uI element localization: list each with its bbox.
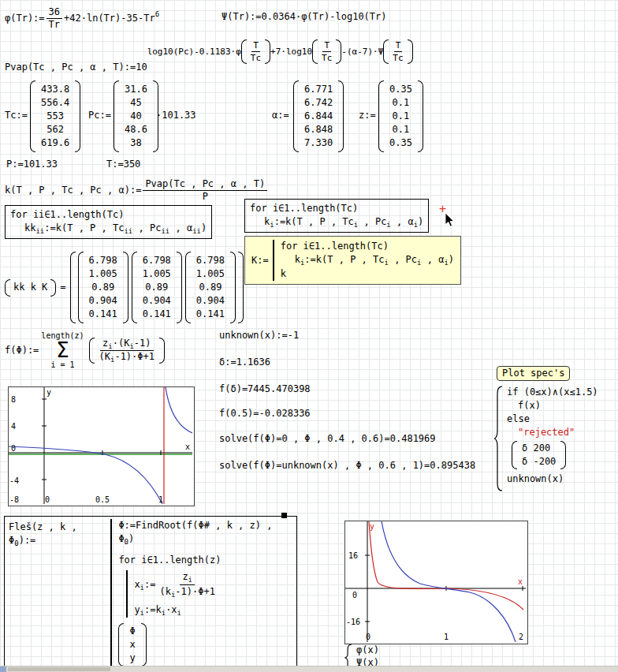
f-curve-right-branch <box>166 387 192 433</box>
p-def-text: P:=101.33 <box>6 159 58 170</box>
k-capital-block[interactable]: K:= for i∈1..length(Tc) ki:=k(T , P , Tc… <box>244 236 461 285</box>
phi-exponent: 6 <box>155 9 159 21</box>
pvap-lhs: Pvap(Tc , Pc , α , T):=10 <box>5 62 147 73</box>
phi-frac-den: Tr <box>47 19 62 31</box>
fles-x-num: zi <box>180 570 195 585</box>
k-def-num: Pvap(Tc , Pc , α , T) <box>143 178 267 191</box>
t-def-text: T:=350 <box>106 159 140 170</box>
for-kk-header: for ii∈1..length(Tc) <box>10 208 207 222</box>
alpha-label: α:= <box>272 110 289 121</box>
K-program: for i∈1..length(Tc) ki:=k(T , P , Tci , … <box>273 240 454 281</box>
piecewise-rejected: "rejected" <box>507 426 598 439</box>
plot2-ytick: 16 <box>348 551 358 560</box>
plot2-svg: y 16 0 -16 0 1 2 x <box>345 521 526 642</box>
pvap-frac2-den: Tc <box>320 52 333 64</box>
plot1-ytick: 8 <box>11 395 16 404</box>
unknown-def-text: unknown(x):=-1 <box>219 330 299 341</box>
formula-psi-def[interactable]: Ψ(Tr):=0.0364·φ(Tr)-log10(Tr) <box>222 11 387 23</box>
plot-phi-psi[interactable]: y 16 0 -16 0 1 2 x <box>344 521 528 644</box>
delta-def[interactable]: δ:=1.1636 <box>219 357 270 368</box>
formula-f-def[interactable]: f(Φ):= length(z) Σ i = 1 zi·(Ki-1) (Ki-1… <box>5 331 165 369</box>
solve1-result[interactable]: solve(f(Φ)=0 , Φ , 0.4 , 0.6)=0.481969 <box>219 433 436 445</box>
psi-curve <box>382 521 516 642</box>
for-block-kk[interactable]: for ii∈1..length(Tc) kkii:=k(T , P , Tci… <box>5 205 212 239</box>
kkK-outer-paren: 6.7981.0050.890.9040.141 6.7981.0050.890… <box>70 252 244 323</box>
left-brace-icon <box>494 386 504 491</box>
piecewise-block[interactable]: if (0≤x)∧(x≤1.5) f(x) else "rejected" δ … <box>494 386 598 491</box>
f-def-num: zi·(Ki-1) <box>100 338 153 351</box>
fles-y-line: yi:=ki·xi <box>134 603 292 618</box>
pvap-frac1-group: TTc <box>241 39 270 64</box>
formula-pvap-def[interactable]: Pvap(Tc , Pc , α , T):=10 log10(Pc)-0.11… <box>5 39 413 73</box>
legend-phi: φ(x) <box>356 644 379 656</box>
pvap-frac3-group: TTc <box>383 39 412 64</box>
solve2-text: solve(f(Φ)=unknown(x) , Φ , 0.6 , 1)=0.8… <box>219 460 475 471</box>
f-half-result[interactable]: f(0.5)=-0.028336 <box>219 408 311 420</box>
for-k-header: for i∈1..length(Tc) <box>250 202 423 215</box>
piecewise-matrix: δ 200δ -200 <box>507 441 566 469</box>
pvap-frac3-num: T <box>394 39 403 52</box>
resize-handle[interactable] <box>281 513 287 518</box>
pc-matrix[interactable]: 31.6454048.638 <box>114 80 158 152</box>
plot1-ytick: -8 <box>9 495 19 504</box>
alpha-matrix[interactable]: 6.7716.7426.8446.8487.330 <box>293 80 344 152</box>
z-label: z:= <box>359 110 376 121</box>
plot-specs-label[interactable]: Plot spec's <box>497 366 570 381</box>
z-matrix[interactable]: 0.350.10.10.10.35 <box>378 80 423 152</box>
scrollbar-thumb[interactable] <box>8 667 110 671</box>
k-column: 6.7981.0050.890.9040.141 <box>132 252 182 323</box>
mouse-cursor-icon <box>445 213 456 229</box>
unknown-def[interactable]: unknown(x):=-1 <box>219 330 299 342</box>
psi-text: Ψ(Tr):=0.0364·φ(Tr)-log10(Tr) <box>222 11 387 22</box>
piecewise-if: if (0≤x)∧(x≤1.5) <box>507 386 598 399</box>
plot-f-of-phi[interactable]: y 8 4 0 -4 -8 0 0.5 1 x <box>8 386 195 506</box>
fles-x-den: (ki-1)·Φ+1 <box>157 585 217 599</box>
t-definition[interactable]: T:=350 <box>106 159 140 170</box>
kk-k-K-result[interactable]: kk k K = 6.7981.0050.890.9040.141 6.7981… <box>5 251 244 324</box>
plot2-xtick: 0 <box>366 633 370 641</box>
piecewise-else: else <box>507 413 598 426</box>
phi-curve <box>369 521 523 610</box>
pc-label: Pc:= <box>88 110 111 121</box>
solve2-result[interactable]: solve(f(Φ)=unknown(x) , Φ , 0.6 , 1)=0.8… <box>219 460 475 472</box>
plot1-ytick: 0 <box>11 444 16 453</box>
phi-frac-num: 36 <box>47 6 62 19</box>
plot2-xtick: 1 <box>444 633 449 641</box>
plot2-xtick: 2 <box>519 633 523 641</box>
K-for-line: for i∈1..length(Tc) <box>281 240 454 253</box>
plot1-xtick: 1 <box>158 495 163 504</box>
K-assign-line: ki:=k(T , P , Tci , Pci , αi) <box>281 253 454 267</box>
p-definition[interactable]: P:=101.33 <box>6 159 58 170</box>
f-def-fraction: zi·(Ki-1) (Ki-1)·Φ+1 <box>97 338 157 364</box>
plot1-ylabel: y <box>47 388 51 397</box>
horizontal-scrollbar[interactable] <box>0 666 618 672</box>
sigma-icon: Σ <box>56 340 69 360</box>
K-return-line: k <box>281 267 454 281</box>
fles-x-fraction: zi (ki-1)·Φ+1 <box>157 570 217 599</box>
fles-function-block[interactable]: Fleš(z , k , Φ0):= Φ:=FindRoot(f(Φ# , k … <box>4 516 297 672</box>
K-column: 6.7981.0050.890.9040.141 <box>185 252 236 323</box>
plot2-ytick: -16 <box>346 618 360 626</box>
kk-column: 6.7981.0050.890.9040.141 <box>78 252 128 323</box>
plot1-ytick: 4 <box>11 422 16 431</box>
tc-label: Tc:= <box>5 110 28 121</box>
kkK-equals: = <box>60 282 65 293</box>
pvap-e3: -(α-7)·Ψ <box>341 46 383 58</box>
formula-phi-def[interactable]: φ(Tr):= 36 Tr +42·ln(Tr)-35-Tr 6 <box>5 6 159 31</box>
scrollbar-corner <box>0 666 6 672</box>
fles-x-line: xi:= zi (ki-1)·Φ+1 <box>134 570 219 599</box>
for-block-k[interactable]: for i∈1..length(Tc) ki:=k(T , P , Tci , … <box>244 199 429 233</box>
tc-matrix[interactable]: 433.8556.4553562619.6 <box>30 80 80 152</box>
fles-output-vector: Φxy <box>118 623 146 666</box>
pvap-frac3-den: Tc <box>391 52 404 64</box>
piecewise-then: f(x) <box>507 399 598 413</box>
f-delta-result[interactable]: f(δ)=7445.470398 <box>219 383 311 395</box>
pvap-frac2-group: TTc <box>312 39 341 64</box>
kkK-lhs-paren: kk k K <box>5 279 56 297</box>
k-def-den: P <box>200 191 210 203</box>
plot2-ylabel: y <box>370 522 374 531</box>
formula-k-def[interactable]: k(T , P , Tc , Pc , α):= Pvap(Tc , Pc , … <box>5 178 269 203</box>
pvap-e2: +7·log10 <box>270 46 312 58</box>
plot-specs-text: Plot spec's <box>502 368 564 379</box>
plot2-xlabel: x <box>518 577 523 586</box>
